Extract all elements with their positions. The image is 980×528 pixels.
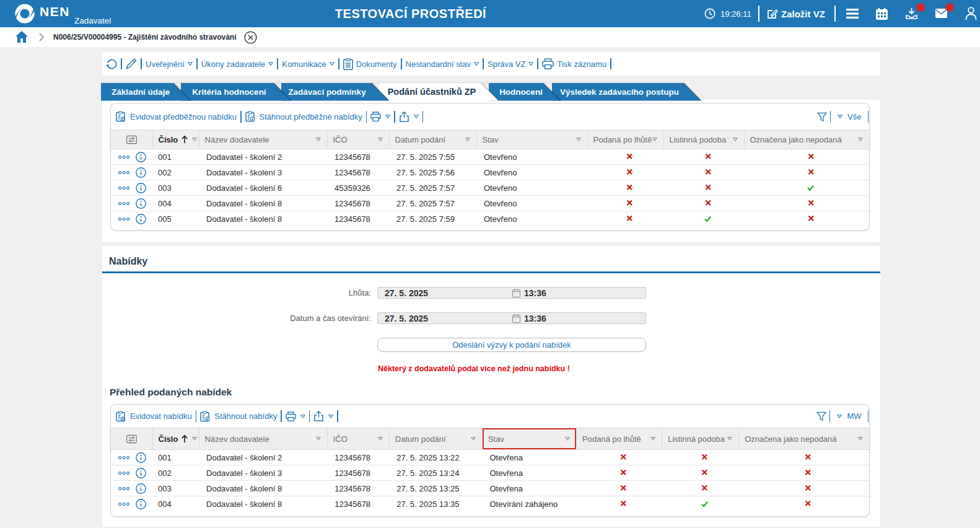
svg-text:Kritéria hodnocení: Kritéria hodnocení: [192, 87, 267, 97]
svg-text:Zadávací podmínky: Zadávací podmínky: [288, 87, 366, 97]
svg-text:Hodnocení: Hodnocení: [499, 87, 543, 97]
svg-text:Podání účastníků ZP: Podání účastníků ZP: [388, 87, 476, 97]
svg-text:Základní údaje: Základní údaje: [112, 87, 170, 97]
svg-text:Výsledek zadávacího postupu: Výsledek zadávacího postupu: [560, 87, 679, 97]
